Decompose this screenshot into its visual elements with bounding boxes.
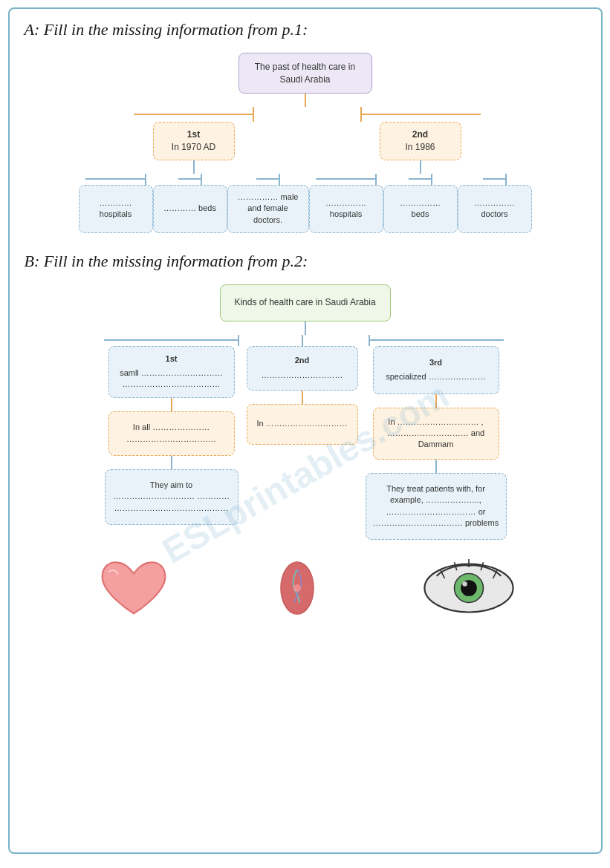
l3-g1-hline-right — [256, 178, 279, 180]
l3-g2-vline-2 — [431, 174, 432, 185]
section-a-title: A: Fill in the missing information from … — [25, 20, 586, 39]
l3-box-1: ………… hospitals — [79, 185, 153, 233]
svg-point-2 — [293, 584, 301, 592]
l2-right-branch: 2nd In 1986 …………… hospita — [309, 107, 532, 233]
l3-g2-hline-left — [316, 178, 375, 180]
section-b-title: B: Fill in the missing information from … — [25, 252, 586, 271]
l3-g1-vline-1 — [145, 174, 146, 185]
l2-connector-row: 1st In 1970 AD — [25, 107, 586, 233]
l3-box-5: …………… beds — [383, 185, 458, 233]
b-l2-center-v2 — [302, 391, 303, 404]
b-l2-right-v2 — [435, 394, 437, 408]
icons-row — [25, 555, 586, 621]
b-l2-box-3: 3rd specialized ………………… — [373, 346, 499, 394]
l3-g2-hline-mid — [409, 178, 431, 180]
b-l2-right-hline — [370, 339, 504, 341]
l3-g1-vline-3 — [279, 174, 280, 185]
l2-box-2: 2nd In 1986 — [380, 122, 461, 160]
b-l3-box-2: In ………………………… — [247, 404, 358, 445]
b-l4-box-2: They treat patients with, for example, …… — [366, 473, 507, 540]
tree-a: The past of health care in Saudi Arabia … — [25, 53, 586, 233]
b-l2-left-hline — [104, 339, 238, 341]
b-l2-right-hv — [369, 335, 504, 346]
l3-g2-b3-col: …………… doctors — [458, 174, 532, 233]
l2-right-v2 — [420, 160, 421, 174]
l3-g2-vline-3 — [505, 174, 507, 185]
l2-box-1: 1st In 1970 AD — [153, 122, 235, 160]
l3-g1-b2-hv — [178, 174, 202, 185]
l3-g2-b2-hv — [409, 174, 432, 185]
l2-left-h — [134, 107, 254, 122]
b-l2-center-vline — [302, 335, 303, 346]
l3-g2-b1-hv — [316, 174, 377, 185]
l3-box-3: …………… male and female doctors. — [227, 185, 309, 233]
l3-box-2: ………… beds — [153, 185, 227, 233]
l2-left-v2 — [193, 160, 195, 174]
root-box: The past of health care in Saudi Arabia — [239, 53, 372, 94]
b-l2-box-1: 1st samll ………………………… ……………………………… — [108, 346, 235, 398]
kidney-icon — [267, 555, 327, 621]
b-l3-box-3: In ………………………… , ………………………… and Dammam — [373, 408, 499, 460]
b-l3-left-v — [171, 456, 172, 469]
heart-svg — [93, 555, 175, 621]
l3-box-4: …………… hospitals — [309, 185, 383, 233]
l3-g2-b3-hv — [483, 174, 507, 185]
l3-g2-b2-col: …………… beds — [383, 174, 458, 233]
l3-g1-vline-2 — [201, 174, 202, 185]
l3-g2-hline-right — [483, 178, 505, 180]
b-l2-right: 3rd specialized ………………… In ………………………… , … — [366, 335, 507, 540]
l3-group1-row: ………… hospitals ………… beds — [79, 174, 309, 233]
b-l2-left-hv — [104, 335, 239, 346]
l3-group2-row: …………… hospitals …………… beds — [309, 174, 532, 233]
root-v-line — [305, 94, 306, 107]
b-l2-center: 2nd ………………………… In ………………………… — [247, 335, 358, 445]
l3-g2-vline-1 — [375, 174, 377, 185]
b-l3-box-1: In all ………………… …………………………… — [108, 411, 235, 456]
l3-g1-hline-left — [85, 178, 145, 180]
section-b: B: Fill in the missing information from … — [25, 252, 586, 621]
l2-right-h — [360, 107, 481, 122]
l3-g1-b2-col: ………… beds — [153, 174, 227, 233]
eye-icon — [421, 555, 517, 621]
b-l2-row: 1st samll ………………………… ……………………………… In all… — [25, 335, 586, 540]
l3-g1-hline-mid — [178, 178, 201, 180]
b-l2-left-vline — [238, 335, 239, 346]
b-root-row: Kinds of health care in Saudi Arabia — [220, 284, 391, 322]
page: ESLprintables.com A: Fill in the missing… — [8, 7, 603, 854]
root-row: The past of health care in Saudi Arabia — [239, 53, 372, 94]
l3-g1-b3-col: …………… male and female doctors. — [227, 174, 309, 233]
b-l2-left-v2 — [171, 398, 172, 411]
l2-right-hline — [362, 114, 481, 115]
svg-point-6 — [462, 581, 467, 587]
b-l2-left: 1st samll ………………………… ……………………………… In all… — [104, 335, 239, 525]
tree-b: Kinds of health care in Saudi Arabia 1st… — [25, 284, 586, 540]
l3-g2-b1-col: …………… hospitals — [309, 174, 383, 233]
l3-g1-b1-hv — [85, 174, 146, 185]
b-l2-box-2: 2nd ………………………… — [247, 346, 358, 391]
eye-svg — [421, 555, 517, 621]
b-l3-right-v — [435, 460, 437, 473]
b-root-vline — [305, 322, 306, 335]
l3-g1-b3-hv — [256, 174, 280, 185]
l2-left-vline — [253, 107, 254, 122]
l2-left-hline — [134, 114, 253, 115]
b-root-box: Kinds of health care in Saudi Arabia — [220, 284, 391, 322]
l2-left-branch: 1st In 1970 AD — [79, 107, 309, 233]
l3-box-6: …………… doctors — [458, 185, 532, 233]
l3-g1-b1-col: ………… hospitals — [79, 174, 153, 233]
heart-icon — [93, 555, 175, 621]
section-a: A: Fill in the missing information from … — [25, 20, 586, 233]
kidney-svg — [267, 555, 327, 621]
b-l4-box-1: They aim to ………………………… ………… ………………………………… — [105, 469, 239, 525]
